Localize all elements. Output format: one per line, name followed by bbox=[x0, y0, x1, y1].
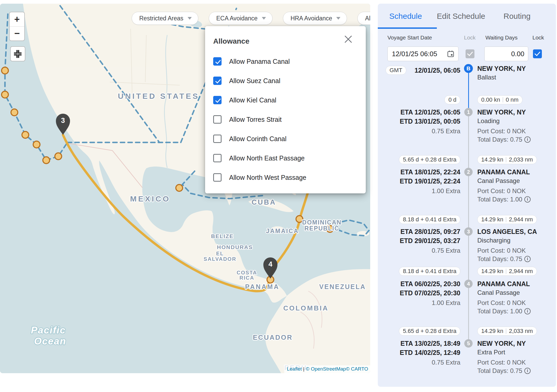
start-activity: Ballast bbox=[477, 73, 526, 81]
option-label: Allow North West Passage bbox=[229, 174, 306, 181]
allowance-options-list: Allow Panama Canal Allow Suez Canal Allo… bbox=[213, 57, 306, 193]
map-label-cuba: CUBA bbox=[252, 198, 276, 206]
stop-details: PANAMA CANAL Canal Passage Port Cost: 0 … bbox=[477, 168, 550, 203]
stop-etd: ETD 29/01/25, 03:27 bbox=[386, 237, 460, 245]
option-allow-north-west-passage[interactable]: Allow North West Passage bbox=[213, 173, 306, 182]
timeline-node-3[interactable]: 3 bbox=[464, 227, 473, 236]
stop-total-days: Total Days: 0.75i bbox=[477, 136, 550, 143]
checkbox[interactable] bbox=[213, 77, 222, 85]
stop-eta: ETA 18/01/25, 22:24 bbox=[386, 168, 460, 176]
stop-times: ETA 13/02/25, 18:49 ETD 14/02/25, 12:49 … bbox=[386, 339, 460, 366]
leg-speed-distance-pill: 0.00 kn0 nm bbox=[477, 95, 523, 104]
waypoint-dot[interactable] bbox=[2, 91, 8, 98]
timeline-node-5[interactable]: 5 bbox=[464, 339, 473, 348]
stop-etd: ETD 13/01/25, 00:05 bbox=[386, 117, 460, 125]
timeline-node-4[interactable]: 4 bbox=[464, 280, 473, 288]
waypoint-dot[interactable] bbox=[176, 185, 183, 191]
option-label: Allow Kiel Canal bbox=[229, 96, 276, 104]
stop-activity: Extra Port bbox=[477, 348, 550, 356]
stop-total-days: Total Days: 1.00i bbox=[477, 196, 550, 203]
leg-speed-distance-pill: 14.29 kn2,033 nm bbox=[477, 155, 537, 164]
leg-speed-distance-pill: 14.29 kn2,944 nm bbox=[477, 215, 537, 224]
option-allow-torres-strait[interactable]: Allow Torres Strait bbox=[213, 115, 306, 124]
waypoint-dot[interactable] bbox=[43, 157, 50, 164]
checkbox[interactable] bbox=[213, 173, 222, 182]
stop-port-cost: Port Cost: 0 NOK bbox=[477, 247, 550, 254]
info-icon[interactable]: i bbox=[524, 368, 531, 374]
waypoint-dot[interactable] bbox=[296, 216, 303, 222]
leg-duration-pill: 5.65 d + 0.28 d Extra bbox=[399, 327, 460, 336]
waypoint-dot[interactable] bbox=[2, 67, 8, 74]
stop-details: NEW YORK, NY Extra Port Port Cost: 0 NOK… bbox=[477, 339, 550, 374]
timezone-badge: GMT bbox=[386, 66, 406, 75]
restricted-areas-dropdown[interactable]: Restricted Areas bbox=[132, 12, 198, 25]
checkbox[interactable] bbox=[213, 135, 222, 143]
timeline-node-1[interactable]: 1 bbox=[464, 108, 473, 116]
zoom-out-button[interactable]: − bbox=[10, 27, 24, 41]
map-zoom-control: + − bbox=[9, 12, 25, 41]
close-icon[interactable] bbox=[344, 35, 353, 44]
map-label-colombia: COLOMBIA bbox=[283, 304, 329, 312]
stop-details: PANAMA CANAL Canal Passage Port Cost: 0 … bbox=[477, 280, 550, 315]
timeline-node-ballast[interactable]: B bbox=[464, 64, 473, 73]
allowance-dropdown[interactable]: Allowance bbox=[357, 12, 370, 25]
carto-link[interactable]: © CARTO bbox=[346, 366, 368, 372]
fit-bounds-button[interactable] bbox=[10, 46, 25, 61]
info-icon[interactable]: i bbox=[524, 308, 531, 314]
openstreetmap-link[interactable]: © OpenStreetMap bbox=[306, 366, 346, 372]
stop-activity: Discharging bbox=[477, 237, 550, 244]
schedule-panel: Schedule Edit Schedule Routing Voyage St… bbox=[378, 4, 556, 387]
stop-eta: ETA 28/01/25, 09:27 bbox=[386, 228, 460, 235]
stop-total-days: Total Days: 1.00i bbox=[477, 308, 550, 315]
info-icon[interactable]: i bbox=[524, 136, 531, 143]
map-label-costa-rica: RICA bbox=[240, 275, 254, 281]
hra-avoidance-dropdown[interactable]: HRA Avoidance bbox=[283, 12, 347, 25]
stop-extra-days: 1.00 Extra bbox=[386, 187, 460, 195]
stop-details: LOS ANGELES, CA Discharging Port Cost: 0… bbox=[477, 228, 550, 263]
timeline-node-2[interactable]: 2 bbox=[464, 168, 473, 176]
leaflet-link[interactable]: Leaflet bbox=[287, 366, 302, 372]
start-port-name: NEW YORK, NY bbox=[477, 65, 526, 72]
checkbox[interactable] bbox=[213, 154, 222, 162]
stop-activity: Loading bbox=[477, 117, 550, 125]
checkbox[interactable] bbox=[213, 96, 222, 104]
stop-times: ETA 12/01/25, 06:05 ETD 13/01/25, 00:05 … bbox=[386, 108, 460, 135]
map-label-united-states: UNITED STATES bbox=[118, 92, 199, 100]
leg-speed-distance-pill: 14.29 kn2,944 nm bbox=[477, 267, 537, 276]
waypoint-dot[interactable] bbox=[22, 131, 29, 138]
info-icon[interactable]: i bbox=[524, 256, 531, 262]
leg-duration-pill: 8.18 d + 0.41 d Extra bbox=[399, 267, 460, 276]
option-allow-panama-canal[interactable]: Allow Panama Canal bbox=[213, 57, 306, 66]
eca-avoidance-dropdown[interactable]: ECA Avoidance bbox=[209, 12, 272, 25]
option-label: Allow North East Passage bbox=[229, 154, 305, 162]
eca-avoidance-label: ECA Avoidance bbox=[216, 15, 258, 22]
info-icon[interactable]: i bbox=[524, 196, 531, 203]
map-label-dominican-republic: REPUBLIC bbox=[304, 225, 339, 232]
map-label-belize: BELIZE bbox=[211, 233, 234, 239]
waypoint-dot[interactable] bbox=[55, 153, 62, 160]
stop-activity: Canal Passage bbox=[477, 177, 550, 185]
leg-duration-pill: 8.18 d + 0.41 d Extra bbox=[399, 215, 460, 224]
stop-times: ETA 06/02/25, 20:30 ETD 07/02/25, 20:30 … bbox=[386, 280, 460, 307]
stop-total-days: Total Days: 0.75i bbox=[477, 367, 550, 374]
restricted-areas-label: Restricted Areas bbox=[139, 15, 183, 22]
map-label-pacific-ocean: Pacific bbox=[31, 325, 66, 336]
allowance-popup-title: Allowance bbox=[213, 37, 249, 45]
map-label-panama: PANAMA bbox=[245, 283, 280, 290]
leg-duration-pill: 0 d bbox=[444, 95, 460, 104]
waypoint-dot[interactable] bbox=[11, 109, 18, 116]
hra-avoidance-label: HRA Avoidance bbox=[291, 15, 332, 22]
option-allow-corinth-canal[interactable]: Allow Corinth Canal bbox=[213, 135, 306, 143]
stop-extra-days: 0.75 Extra bbox=[386, 128, 460, 135]
stop-extra-days: 0.75 Extra bbox=[386, 359, 460, 366]
map-label-pacific-ocean: Ocean bbox=[34, 336, 66, 347]
option-allow-suez-canal[interactable]: Allow Suez Canal bbox=[213, 77, 306, 85]
checkbox[interactable] bbox=[213, 115, 222, 124]
timeline-line-ballast bbox=[468, 73, 469, 108]
option-allow-north-east-passage[interactable]: Allow North East Passage bbox=[213, 154, 306, 162]
stop-port-cost: Port Cost: 0 NOK bbox=[477, 128, 550, 135]
checkbox[interactable] bbox=[213, 57, 222, 66]
option-allow-kiel-canal[interactable]: Allow Kiel Canal bbox=[213, 96, 306, 104]
waypoint-dot[interactable] bbox=[33, 141, 40, 148]
zoom-in-button[interactable]: + bbox=[10, 12, 24, 27]
